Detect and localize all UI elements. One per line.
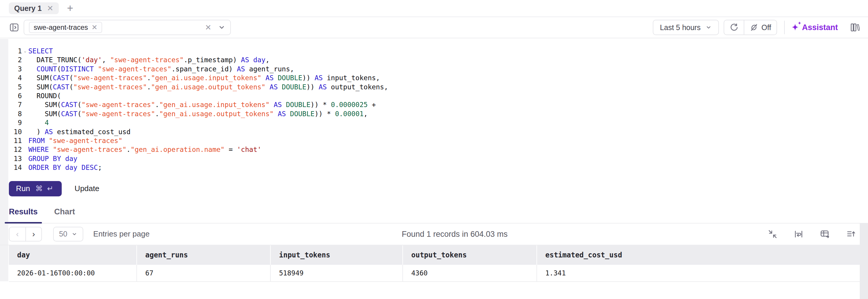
code-text: SUM(CAST("swe-agent-traces"."gen_ai.usag… <box>28 73 380 82</box>
table-cell: 67 <box>137 265 271 281</box>
fold-spacer <box>22 154 28 163</box>
tab-close-icon[interactable]: ✕ <box>47 4 54 13</box>
table-cell: 4360 <box>403 265 537 281</box>
code-line[interactable]: 11FROM "swe-agent-traces" <box>8 136 868 145</box>
page-size-value: 50 <box>59 230 67 238</box>
code-text: GROUP BY day <box>28 154 78 163</box>
code-line[interactable]: 3 COUNT(DISTINCT "swe-agent-traces".span… <box>8 65 868 73</box>
code-text: SUM(CAST("swe-agent-traces"."gen_ai.usag… <box>28 100 376 109</box>
time-range-chevron-icon <box>705 24 712 31</box>
prev-page-button[interactable]: ‹ <box>9 227 25 241</box>
wrap-text-icon <box>794 229 804 239</box>
source-select[interactable]: swe-agent-traces ✕ ✕ <box>24 20 231 35</box>
column-header-agent_runs[interactable]: agent_runs <box>137 245 271 265</box>
code-line[interactable]: 2 DATE_TRUNC('day', "swe-agent-traces".p… <box>8 56 868 64</box>
view-tabs: Results Chart <box>0 202 868 224</box>
results-table: dayagent_runsinput_tokensoutput_tokenses… <box>9 245 860 282</box>
line-number: 13 <box>8 154 22 163</box>
fold-spacer <box>22 56 28 64</box>
next-page-button[interactable]: › <box>25 227 41 241</box>
refresh-live-group: Off <box>724 20 777 35</box>
code-line[interactable]: 4 SUM(CAST("swe-agent-traces"."gen_ai.us… <box>8 73 868 82</box>
table-columns-icon <box>819 229 830 239</box>
collapse-rows-button[interactable] <box>768 229 778 239</box>
code-line[interactable]: 9 4 <box>8 118 868 127</box>
code-line[interactable]: 6 ROUND( <box>8 91 868 100</box>
fold-spacer <box>22 109 28 118</box>
fold-spacer <box>22 91 28 100</box>
results-status: Found 1 records in 604.03 ms <box>361 229 508 238</box>
time-range-label: Last 5 hours <box>660 23 701 32</box>
sparkle-icon: ✦ <box>792 23 799 32</box>
code-line[interactable]: 1⌄SELECT <box>8 46 868 56</box>
code-text: FROM "swe-agent-traces" <box>28 136 123 145</box>
update-button[interactable]: Update <box>75 184 99 193</box>
run-button[interactable]: Run ⌘ ↵ <box>9 181 62 196</box>
query-tab-bar: Query 1 ✕ + <box>0 0 868 17</box>
code-text: WHERE "swe-agent-traces"."gen_ai.operati… <box>28 145 261 154</box>
tab-results[interactable]: Results <box>9 207 38 223</box>
assistant-button[interactable]: ✦ Assistant <box>792 23 838 32</box>
fold-spacer <box>22 127 28 136</box>
fold-spacer <box>22 118 28 127</box>
wrap-text-button[interactable] <box>794 229 804 239</box>
library-button[interactable] <box>850 23 860 32</box>
sql-editor[interactable]: 1⌄SELECT2 DATE_TRUNC('day', "swe-agent-t… <box>0 38 868 180</box>
line-number: 9 <box>8 118 22 127</box>
code-text: ORDER BY day DESC; <box>28 163 102 172</box>
sort-button[interactable] <box>846 229 856 239</box>
collapse-icon <box>768 229 778 239</box>
source-chip[interactable]: swe-agent-traces ✕ <box>29 22 102 33</box>
page-size-select[interactable]: 50 <box>53 227 83 241</box>
code-line[interactable]: 13GROUP BY day <box>8 154 868 163</box>
time-range-button[interactable]: Last 5 hours <box>653 20 719 35</box>
code-text: SUM(CAST("swe-agent-traces"."gen_ai.usag… <box>28 82 388 91</box>
line-number: 6 <box>8 91 22 100</box>
library-books-icon <box>850 23 860 32</box>
code-text: SELECT <box>28 46 53 56</box>
live-toggle-button[interactable]: Off <box>744 20 776 34</box>
code-line[interactable]: 8 SUM(CAST("swe-agent-traces"."gen_ai.us… <box>8 109 868 118</box>
code-line[interactable]: 12WHERE "swe-agent-traces"."gen_ai.opera… <box>8 145 868 154</box>
fold-chevron-icon[interactable]: ⌄ <box>22 46 28 56</box>
column-header-input_tokens[interactable]: input_tokens <box>271 245 403 265</box>
code-line[interactable]: 10 ) AS estimated_cost_usd <box>8 127 868 136</box>
table-row[interactable]: 2026-01-16T00:00:006751894943601.341 <box>9 265 860 282</box>
source-chip-label: swe-agent-traces <box>34 23 88 32</box>
source-chip-remove-icon[interactable]: ✕ <box>92 23 97 32</box>
code-line[interactable]: 5 SUM(CAST("swe-agent-traces"."gen_ai.us… <box>8 82 868 91</box>
table-cell: 1.341 <box>537 265 860 281</box>
code-lines: 1⌄SELECT2 DATE_TRUNC('day', "swe-agent-t… <box>8 46 868 172</box>
live-off-icon <box>750 23 758 32</box>
column-header-output_tokens[interactable]: output_tokens <box>403 245 537 265</box>
results-toolbar: ‹ › 50 Entries per page Found 1 records … <box>0 224 868 245</box>
code-text: COUNT(DISTINCT "swe-agent-traces".span_t… <box>28 65 294 73</box>
fold-spacer <box>22 100 28 109</box>
tab-query-1[interactable]: Query 1 ✕ <box>9 2 59 14</box>
fold-spacer <box>22 82 28 91</box>
line-number: 2 <box>8 56 22 64</box>
fold-spacer <box>22 163 28 172</box>
line-number: 5 <box>8 82 22 91</box>
table-body: 2026-01-16T00:00:006751894943601.341 <box>9 265 860 282</box>
column-header-estimated_cost_usd[interactable]: estimated_cost_usd <box>537 245 860 265</box>
code-text: DATE_TRUNC('day', "swe-agent-traces".p_t… <box>28 56 270 64</box>
add-query-tab-icon[interactable]: + <box>67 3 73 13</box>
line-number: 4 <box>8 73 22 82</box>
code-line[interactable]: 14ORDER BY day DESC; <box>8 163 868 172</box>
code-line[interactable]: 7 SUM(CAST("swe-agent-traces"."gen_ai.us… <box>8 100 868 109</box>
code-text: ) AS estimated_cost_usd <box>28 127 130 136</box>
panel-toggle-icon[interactable] <box>8 22 20 33</box>
table-header-row: dayagent_runsinput_tokensoutput_tokenses… <box>9 245 860 265</box>
line-number: 7 <box>8 100 22 109</box>
select-chevron-down-icon[interactable] <box>218 24 225 31</box>
query-toolbar: swe-agent-traces ✕ ✕ Last 5 hours <box>0 17 868 38</box>
code-text: 4 <box>28 118 49 127</box>
select-clear-icon[interactable]: ✕ <box>205 23 211 32</box>
code-text: ROUND( <box>28 91 61 100</box>
column-header-day[interactable]: day <box>9 245 137 265</box>
expand-columns-button[interactable] <box>819 229 830 239</box>
code-text: SUM(CAST("swe-agent-traces"."gen_ai.usag… <box>28 109 368 118</box>
tab-chart[interactable]: Chart <box>54 207 75 223</box>
refresh-button[interactable] <box>724 20 744 34</box>
